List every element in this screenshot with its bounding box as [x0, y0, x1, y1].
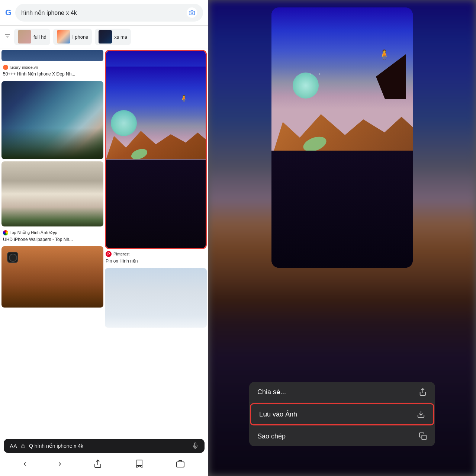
- right-column: 🧍 P Pinterest Pin on Hình nền: [105, 50, 207, 435]
- svg-rect-4: [22, 446, 25, 448]
- chip-xs-label: xs ma: [114, 34, 127, 40]
- hiker-figure: 🧍: [180, 94, 188, 103]
- share-icon[interactable]: [93, 459, 102, 468]
- url-aa-button[interactable]: AA: [10, 443, 17, 449]
- source-uhd: Top Những Hình Ảnh Đẹp: [2, 229, 103, 236]
- menu-item-share[interactable]: Chia sẻ...: [249, 382, 435, 402]
- url-text[interactable]: Q hình nền iphone x 4k: [29, 443, 188, 449]
- filter-bar: full hd i phone xs ma: [0, 26, 208, 48]
- pinterest-icon: P: [106, 251, 112, 257]
- moon: [111, 110, 137, 136]
- phone-case-image[interactable]: [1, 246, 103, 308]
- svg-rect-11: [422, 435, 426, 440]
- wallpaper-full-image: ✦ ✦ ✦ 🧍: [271, 7, 413, 268]
- tabs-icon[interactable]: [176, 459, 185, 468]
- lock-icon: [21, 443, 25, 448]
- pinterest-source: P Pinterest: [105, 249, 207, 258]
- save-label: Lưu vào Ảnh: [259, 410, 297, 418]
- svg-point-0: [191, 12, 193, 14]
- wallpaper-preview[interactable]: ✦ ✦ ✦ 🧍: [271, 7, 413, 268]
- dark-bottom: [106, 160, 206, 248]
- chip-dark-thumb: [99, 30, 112, 44]
- cloud-image[interactable]: [105, 268, 207, 328]
- wp-hiker: 🧍: [378, 49, 390, 61]
- pinterest-name: Pinterest: [113, 252, 129, 256]
- wp-dark-trees: [271, 151, 413, 268]
- source-name-uhd: Top Những Hình Ảnh Đẹp: [10, 230, 57, 235]
- bottom-nav: ‹ ›: [0, 455, 208, 476]
- filter-chip-xs[interactable]: xs ma: [95, 29, 131, 45]
- camera-icon[interactable]: [187, 7, 197, 18]
- svg-rect-8: [177, 462, 184, 467]
- share-menu-icon: [419, 388, 427, 396]
- selected-red-border: 🧍: [105, 50, 207, 249]
- filter-chip-iphone[interactable]: i phone: [53, 29, 92, 45]
- pinterest-caption: Pin on Hình nền: [105, 258, 207, 266]
- selected-image-container: 🧍 P Pinterest Pin on Hình nền: [105, 50, 207, 266]
- favicon-luxury: [3, 65, 8, 70]
- filter-chip-fullhd[interactable]: full hd: [14, 29, 50, 45]
- source-name-luxury: luxury-inside.vn: [10, 65, 38, 70]
- search-bar: G hình nền iphone x 4k: [0, 0, 208, 26]
- aerial-ocean-image[interactable]: [1, 81, 103, 159]
- chip-fullhd-label: full hd: [33, 34, 46, 40]
- search-query: hình nền iphone x 4k: [21, 9, 77, 16]
- menu-item-copy[interactable]: Sao chép: [249, 426, 435, 446]
- left-panel: G hình nền iphone x 4k full hd: [0, 0, 208, 476]
- image-grid: luxury-inside.vn 50+++ Hình Nền Iphone X…: [0, 48, 208, 437]
- menu-item-save[interactable]: Lưu vào Ảnh: [250, 403, 434, 425]
- left-column: luxury-inside.vn 50+++ Hình Nền Iphone X…: [1, 50, 103, 435]
- bookmarks-icon[interactable]: [135, 459, 144, 468]
- chip-gradient-thumb: [57, 30, 70, 44]
- partial-image[interactable]: [1, 50, 103, 61]
- context-menu: Chia sẻ... Lưu vào Ảnh Sao chép: [249, 382, 435, 446]
- item-title-uhd: UHD iPhone Wallpapers - Top Nh...: [2, 236, 103, 244]
- selected-wallpaper-image[interactable]: 🧍: [106, 51, 206, 248]
- copy-menu-icon: [419, 432, 427, 440]
- source-luxury: luxury-inside.vn: [2, 63, 103, 71]
- favicon-uhd: [3, 230, 8, 235]
- url-bar[interactable]: AA Q hình nền iphone x 4k: [4, 439, 205, 453]
- beach-aerial-image[interactable]: [1, 161, 103, 226]
- right-panel: ✦ ✦ ✦ 🧍 Chia sẻ... Lưu vào Ảnh: [208, 0, 476, 476]
- phone-lens: [7, 252, 18, 263]
- chip-iphone-label: i phone: [73, 34, 89, 40]
- download-menu-icon: [417, 410, 425, 418]
- item-title-luxury: 50+++ Hình Nền Iphone X Đẹp Nh...: [2, 71, 103, 79]
- google-logo: G: [5, 8, 12, 17]
- back-button[interactable]: ‹: [23, 459, 26, 469]
- copy-label: Sao chép: [257, 432, 286, 440]
- share-label: Chia sẻ...: [257, 388, 286, 396]
- mic-icon[interactable]: [192, 443, 199, 449]
- search-input[interactable]: hình nền iphone x 4k: [15, 4, 203, 22]
- forward-button[interactable]: ›: [58, 459, 61, 469]
- filter-icon[interactable]: [4, 32, 11, 42]
- chip-face-thumb: [18, 30, 31, 44]
